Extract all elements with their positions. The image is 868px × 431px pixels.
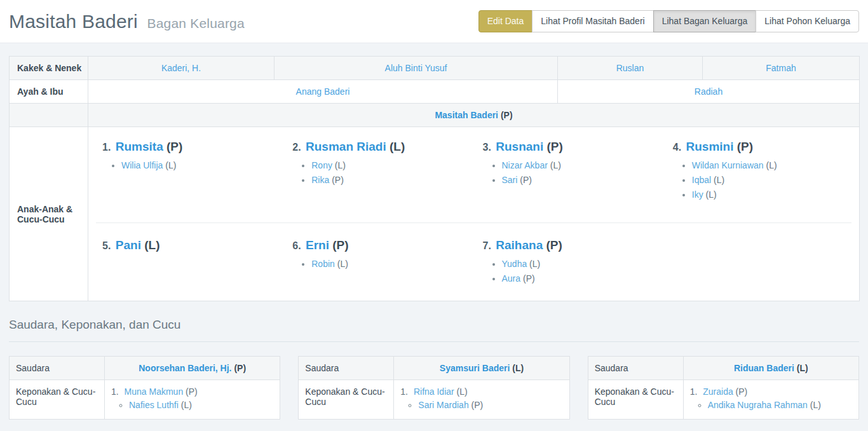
grandchild-gender: (L): [706, 189, 717, 200]
child-gender: (P): [547, 140, 563, 153]
grandnephew-list: Andika Nugraha Rahman (L): [690, 400, 852, 410]
grandmother-paternal-link[interactable]: Aluh Binti Yusuf: [385, 63, 447, 73]
grandnephew-name-link[interactable]: Sari Mardiah: [418, 400, 468, 410]
father-cell: Anang Baderi: [88, 80, 558, 104]
child-name-link[interactable]: Rumsita: [116, 140, 163, 153]
child-heading: 6. Erni (P): [292, 238, 465, 252]
grandmother-maternal-cell: Fatmah: [703, 57, 860, 80]
nephew-list: 1. Zuraida (P)Andika Nugraha Rahman (L): [690, 387, 852, 410]
grandparents-row: Kakek & Nenek Kaderi, H. Aluh Binti Yusu…: [10, 57, 860, 80]
child-name-link[interactable]: Rusnani: [496, 140, 543, 153]
sibling-label: Saudara: [299, 357, 394, 380]
sibling-name-link[interactable]: Noorsehan Baderi, Hj.: [139, 363, 231, 373]
grandchild-gender: (P): [523, 273, 535, 284]
child-name-link[interactable]: Raihana: [496, 238, 543, 252]
nephew-gender: (P): [736, 387, 748, 397]
mother-cell: Radiah: [558, 80, 860, 104]
child-number: 6.: [292, 240, 304, 251]
grandnephew-name-link[interactable]: Andika Nugraha Rahman: [708, 400, 808, 410]
grandchildren-list: Robin (L): [292, 259, 465, 269]
nephews-cell: 1. Muna Makmun (P)Nafies Luthfi (L): [105, 380, 280, 420]
grandchild-name-link[interactable]: Iqbal: [692, 175, 711, 185]
sibling-label: Saudara: [10, 357, 105, 380]
child-gender: (P): [332, 238, 348, 252]
sibling-name-cell: Riduan Baderi (L): [683, 357, 858, 380]
grandfather-maternal-link[interactable]: Ruslan: [616, 63, 644, 73]
grandchild-gender: (L): [529, 259, 540, 269]
grandchild-name-link[interactable]: Yudha: [502, 259, 527, 269]
child-block: 6. Erni (P)Robin (L): [283, 232, 473, 280]
sibling-name-cell: Noorsehan Baderi, Hj. (P): [105, 357, 280, 380]
child-heading: 5. Pani (L): [102, 238, 275, 252]
father-link[interactable]: Anang Baderi: [296, 86, 350, 97]
nephew-item: 1. Zuraida (P)Andika Nugraha Rahman (L): [690, 387, 852, 410]
sibling-gender: (P): [234, 363, 246, 373]
nephew-number: 1.: [690, 387, 700, 397]
grandchild-name-link[interactable]: Sari: [502, 175, 518, 185]
grandchildren-list: Wilia Ulfija (L): [102, 160, 275, 170]
child-name-link[interactable]: Rusman Riadi: [306, 140, 386, 153]
sibling-name-link[interactable]: Syamsuri Baderi: [440, 363, 510, 373]
grandfather-maternal-cell: Ruslan: [558, 57, 703, 80]
grandchildren-list: Nizar Akbar (L)Sari (P): [483, 160, 655, 185]
nephew-name-link[interactable]: Zuraida: [703, 387, 733, 397]
grandchild-item: Iqbal (L): [692, 175, 845, 185]
grandchild-name-link[interactable]: Nizar Akbar: [502, 160, 548, 170]
nephew-name-link[interactable]: Rifna Idiar: [414, 387, 454, 397]
child-gender: (P): [166, 140, 182, 153]
grandchild-name-link[interactable]: Wilia Ulfija: [121, 160, 163, 170]
mother-link[interactable]: Radiah: [695, 86, 722, 97]
child-heading: 4. Rusmini (P): [673, 140, 845, 154]
action-button-group: Edit Data Lihat Profil Masitah Baderi Li…: [478, 10, 859, 33]
grandchild-item: Aura (P): [502, 273, 655, 284]
grandchild-name-link[interactable]: Aura: [502, 273, 521, 284]
sibling-name-cell: Syamsuri Baderi (L): [394, 357, 569, 380]
nephew-gender: (L): [457, 387, 468, 397]
grandchild-name-link[interactable]: Iky: [692, 189, 703, 200]
grandmother-maternal-link[interactable]: Fatmah: [766, 63, 796, 73]
grandchild-gender: (P): [520, 175, 532, 185]
grandchild-item: Yudha (L): [502, 259, 655, 269]
grandchild-name-link[interactable]: Rika: [311, 175, 329, 185]
self-gender: (P): [501, 110, 513, 120]
children-row-divider: [96, 222, 851, 223]
self-name-link[interactable]: Masitah Baderi: [435, 110, 498, 120]
nephews-cell: 1. Zuraida (P)Andika Nugraha Rahman (L): [683, 380, 858, 420]
child-heading: 1. Rumsita (P): [102, 140, 275, 154]
grandchild-name-link[interactable]: Rony: [311, 160, 332, 170]
grandnephew-name-link[interactable]: Nafies Luthfi: [129, 400, 179, 410]
grandparents-label: Kakek & Nenek: [10, 57, 88, 80]
grandnephew-item: Sari Mardiah (P): [418, 400, 562, 410]
child-name-link[interactable]: Rusmini: [686, 140, 734, 153]
children-row: Anak-Anak & Cucu-Cucu 1. Rumsita (P)Wili…: [10, 127, 860, 301]
nephew-item: 1. Muna Makmun (P)Nafies Luthfi (L): [111, 387, 273, 410]
grandchildren-list: Wildan Kurniawan (L)Iqbal (L)Iky (L): [673, 160, 845, 200]
grandchild-item: Nizar Akbar (L): [502, 160, 655, 170]
grandfather-paternal-cell: Kaderi, H.: [88, 57, 275, 80]
self-row: Masitah Baderi (P): [10, 104, 860, 127]
grandchild-item: Wilia Ulfija (L): [121, 160, 275, 170]
sibling-header-row: Saudara Syamsuri Baderi (L): [299, 357, 569, 380]
child-heading: 7. Raihana (P): [483, 238, 655, 252]
grandchild-name-link[interactable]: Robin: [311, 259, 335, 269]
child-name-link[interactable]: Erni: [306, 238, 329, 252]
child-name-link[interactable]: Pani: [116, 238, 141, 252]
sibling-name-link[interactable]: Riduan Baderi: [734, 363, 794, 373]
nephew-name-link[interactable]: Muna Makmun: [125, 387, 184, 397]
grandchild-gender: (L): [335, 160, 346, 170]
grandnephew-item: Andika Nugraha Rahman (L): [708, 400, 852, 410]
view-family-chart-button[interactable]: Lihat Bagan Keluarga: [653, 10, 757, 33]
child-gender: (L): [144, 238, 159, 252]
grandchildren-list: Rony (L)Rika (P): [292, 160, 465, 185]
view-family-tree-button[interactable]: Lihat Pohon Keluarga: [756, 10, 859, 33]
grandchild-name-link[interactable]: Wildan Kurniawan: [692, 160, 764, 170]
grandmother-paternal-cell: Aluh Binti Yusuf: [275, 57, 558, 80]
view-profile-button[interactable]: Lihat Profil Masitah Baderi: [532, 10, 653, 33]
children-grid-row-2: 5. Pani (L)6. Erni (P)Robin (L)7. Raihan…: [93, 232, 854, 294]
grandfather-paternal-link[interactable]: Kaderi, H.: [161, 63, 201, 73]
grandchild-gender: (L): [550, 160, 561, 170]
nephews-cell: 1. Rifna Idiar (L)Sari Mardiah (P): [394, 380, 569, 420]
grandchild-gender: (L): [766, 160, 776, 170]
edit-data-button[interactable]: Edit Data: [478, 10, 533, 33]
child-block: 3. Rusnani (P)Nizar Akbar (L)Sari (P): [474, 133, 664, 196]
